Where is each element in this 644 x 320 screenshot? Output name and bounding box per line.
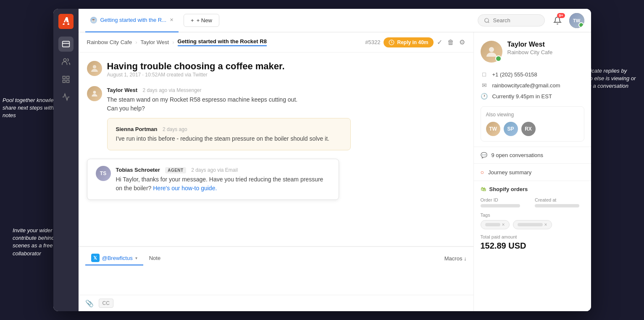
how-to-guide-link[interactable]: Here's our how-to guide. bbox=[153, 185, 217, 191]
search-input[interactable] bbox=[493, 17, 535, 24]
contact-timezone: Currently 9.45pm in EST bbox=[492, 93, 552, 100]
also-viewing-section: Also viewing TW SP RX bbox=[481, 106, 584, 142]
reply-footer: 📎 CC bbox=[79, 295, 473, 311]
settings-icon[interactable]: ⚙ bbox=[459, 38, 465, 46]
conversation-panel: Rainbow City Cafe › Taylor West › Gettin… bbox=[79, 32, 473, 311]
dropdown-icon: ▾ bbox=[135, 256, 137, 260]
cc-button[interactable]: CC bbox=[99, 299, 113, 308]
sidebar-icon-inbox[interactable] bbox=[58, 37, 74, 52]
main-message-main: Having trouble choosing a coffee maker. … bbox=[87, 61, 465, 78]
trash-icon[interactable]: 🗑 bbox=[447, 39, 454, 46]
notification-area: 9+ TW bbox=[550, 13, 584, 28]
agent-reply-card: TS Tobias Schroeter AGENT 2 days ago via… bbox=[87, 159, 339, 200]
open-conversations-label: 9 open conversations bbox=[492, 152, 544, 158]
total-label: Total paid amount bbox=[481, 234, 584, 239]
sienna-time: 2 days ago bbox=[163, 126, 187, 132]
ticket-number: #5322 bbox=[365, 39, 380, 45]
app-window: ☕ Getting started with the R... ✕ + + Ne… bbox=[53, 9, 591, 311]
tab-active[interactable]: ☕ Getting started with the R... ✕ bbox=[85, 9, 179, 32]
sidebar-icon-reports[interactable] bbox=[58, 72, 74, 87]
tobias-avatar: TS bbox=[96, 166, 111, 181]
sidebar-icon-analytics[interactable] bbox=[58, 89, 74, 105]
main-area: ☕ Getting started with the R... ✕ + + Ne… bbox=[79, 9, 591, 311]
tobias-message-main: TS Tobias Schroeter AGENT 2 days ago via… bbox=[96, 166, 330, 193]
shopify-grid: Order ID Created at bbox=[481, 197, 584, 207]
main-message-block: Having trouble choosing a coffee maker. … bbox=[87, 61, 465, 78]
taylor-message-body: Taylor West 2 days ago via Messenger The… bbox=[107, 86, 465, 113]
svg-rect-2 bbox=[63, 22, 68, 24]
tobias-sender: Tobias Schroeter bbox=[116, 167, 160, 173]
breadcrumb-company[interactable]: Rainbow City Cafe bbox=[87, 39, 132, 45]
tobias-text: Hi Taylor, thanks for your message. Have… bbox=[116, 175, 330, 193]
attachment-icon[interactable]: 📎 bbox=[85, 299, 94, 307]
breadcrumb-contact[interactable]: Taylor West bbox=[141, 39, 169, 45]
reply-bar: 𝕏 @Brewfictus ▾ Note Macros ↓ bbox=[79, 247, 473, 270]
email-icon: ✉ bbox=[481, 82, 488, 89]
also-viewing-title: Also viewing bbox=[486, 112, 579, 118]
svg-rect-5 bbox=[66, 76, 69, 79]
breadcrumb-sep2: › bbox=[172, 39, 174, 45]
main-message-meta: August 1, 2017 · 10:52AM created via Twi… bbox=[107, 72, 465, 78]
taylor-message-block: Taylor West 2 days ago via Messenger The… bbox=[87, 86, 465, 150]
open-conversations-row[interactable]: 💬 9 open conversations bbox=[474, 147, 591, 163]
shopify-created-at-field: Created at bbox=[535, 197, 584, 207]
tag-pill-1[interactable]: × bbox=[481, 220, 510, 229]
topbar: ☕ Getting started with the R... ✕ + + Ne… bbox=[79, 9, 591, 32]
tags-label: Tags bbox=[481, 212, 584, 218]
sidebar-icon-contacts[interactable] bbox=[58, 54, 74, 69]
user-avatar-top[interactable]: TW bbox=[569, 13, 584, 28]
action-icons: ✓ 🗑 ⚙ bbox=[437, 38, 465, 46]
taylor-time: 2 days ago via Messenger bbox=[142, 87, 201, 93]
tag-1-remove[interactable]: × bbox=[502, 222, 505, 228]
shopify-order-id-field: Order ID bbox=[481, 197, 530, 207]
taylor-sender: Taylor West bbox=[107, 87, 137, 93]
created-at-bar bbox=[535, 204, 579, 207]
tobias-message-body: Tobias Schroeter AGENT 2 days ago via Em… bbox=[116, 166, 330, 193]
reply-tab-channel[interactable]: 𝕏 @Brewfictus ▾ bbox=[85, 251, 143, 265]
contact-email-row: ✉ rainbowcitycafe@gmail.com bbox=[481, 82, 584, 89]
clock-icon: 🕐 bbox=[481, 93, 488, 100]
new-conversation-button[interactable]: + + New bbox=[184, 14, 219, 27]
created-at-label: Created at bbox=[535, 197, 584, 202]
messages-area: Having trouble choosing a coffee maker. … bbox=[79, 52, 473, 246]
reply-channel-label: @Brewfictus bbox=[102, 255, 133, 261]
content-split: Rainbow City Cafe › Taylor West › Gettin… bbox=[79, 32, 591, 311]
journey-summary-row[interactable]: ○ Journey summary bbox=[474, 163, 591, 181]
svg-rect-7 bbox=[63, 80, 65, 83]
tobias-time: 2 days ago via Email bbox=[191, 167, 238, 173]
tab-close-button[interactable]: ✕ bbox=[170, 17, 173, 23]
viewer-avatar-3: RX bbox=[521, 122, 536, 136]
contact-timezone-row: 🕐 Currently 9.45pm in EST bbox=[481, 93, 584, 100]
svg-point-13 bbox=[489, 47, 494, 52]
sienna-message-card: Sienna Portman 2 days ago I've run into … bbox=[107, 118, 351, 150]
tag-pill-2[interactable]: × bbox=[513, 220, 552, 229]
contact-header: Taylor West Rainbow City Cafe bbox=[474, 32, 591, 71]
svg-line-9 bbox=[488, 21, 489, 23]
reply-tab-note[interactable]: Note bbox=[143, 251, 166, 265]
notification-badge: 9+ bbox=[557, 13, 565, 18]
sienna-text: I've run into this before - reducing the… bbox=[116, 134, 342, 143]
order-id-label: Order ID bbox=[481, 197, 530, 202]
svg-rect-6 bbox=[66, 80, 69, 83]
svg-point-8 bbox=[484, 18, 488, 22]
total-amount: 152.89 USD bbox=[481, 241, 584, 251]
reply-timer[interactable]: Reply in 40m bbox=[384, 37, 433, 47]
contact-info-header: Taylor West Rainbow City Cafe bbox=[507, 41, 553, 55]
breadcrumb-conversation[interactable]: Getting started with the Rocket R8 bbox=[178, 38, 267, 46]
contact-email: rainbowcitycafe@gmail.com bbox=[492, 82, 560, 89]
check-icon[interactable]: ✓ bbox=[437, 38, 442, 46]
sidebar-logo[interactable] bbox=[58, 14, 74, 29]
svg-point-11 bbox=[93, 65, 96, 68]
contact-name: Taylor West bbox=[507, 41, 553, 48]
notification-bell[interactable]: 9+ bbox=[550, 13, 565, 28]
tag-2-text bbox=[518, 223, 543, 226]
macros-button[interactable]: Macros ↓ bbox=[444, 255, 467, 262]
tag-2-remove[interactable]: × bbox=[544, 222, 547, 228]
contact-phone-row: □ +1 (202) 555-0158 bbox=[481, 71, 584, 78]
breadcrumb-sep1: › bbox=[135, 39, 137, 45]
agent-badge: AGENT bbox=[165, 167, 186, 173]
search-box[interactable] bbox=[478, 14, 545, 26]
plus-icon: + bbox=[191, 17, 194, 24]
reply-editor[interactable] bbox=[79, 270, 473, 295]
order-id-bar bbox=[481, 204, 520, 207]
